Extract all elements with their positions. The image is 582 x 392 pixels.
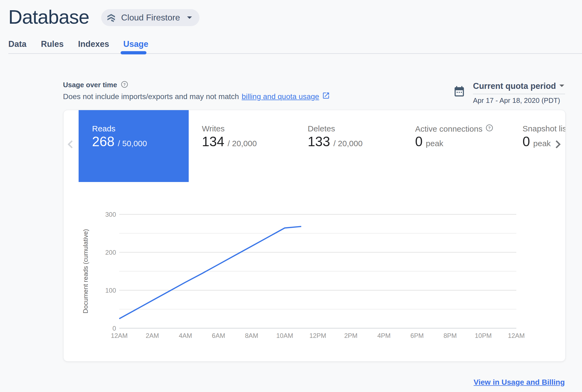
tab-indexes[interactable]: Indexes [78,39,109,49]
metric-card-writes[interactable]: Writes 134 / 20,000 [202,110,310,182]
svg-text:?: ? [123,82,126,87]
tab-data[interactable]: Data [8,39,26,49]
svg-text:10AM: 10AM [276,332,293,339]
help-icon[interactable]: ? [486,124,493,134]
metric-quota: / 50,000 [118,139,147,148]
quota-period-label: Current quota period [473,81,556,91]
metric-peak-label: peak [426,139,443,148]
svg-text:6PM: 6PM [411,332,424,339]
metric-label: Deletes [308,124,335,133]
product-selector[interactable]: Cloud Firestore [101,9,199,26]
metric-value: 268 [92,134,114,149]
svg-text:2PM: 2PM [344,332,357,339]
metric-card-deletes[interactable]: Deletes 133 / 20,000 [308,110,415,182]
caret-down-icon [559,84,565,89]
svg-text:8PM: 8PM [443,332,457,339]
svg-text:?: ? [488,125,491,130]
tab-bar-divider [8,53,582,54]
chevron-right-icon[interactable] [551,138,564,151]
metric-quota: / 20,000 [227,139,257,148]
svg-text:4PM: 4PM [377,332,391,339]
firestore-icon [106,12,117,24]
metric-label: Active connections [415,124,482,134]
svg-text:100: 100 [105,287,116,294]
metric-value: 0 [523,134,530,149]
view-usage-billing-link[interactable]: View in Usage and Billing [474,378,565,387]
metric-card-active-connections[interactable]: Active connections ? 0 peak [415,110,523,182]
svg-text:12AM: 12AM [508,332,525,339]
metric-card-reads[interactable]: Reads 268 / 50,000 [79,110,189,182]
quota-period-range: Apr 17 - Apr 18, 2020 (PDT) [473,96,565,105]
metric-peak-label: peak [533,139,551,148]
svg-text:2AM: 2AM [146,332,159,339]
help-icon[interactable]: ? [121,81,128,89]
product-selector-label: Cloud Firestore [121,13,180,23]
svg-text:0: 0 [113,325,116,332]
page-title: Database [8,6,89,28]
svg-text:12PM: 12PM [309,332,326,339]
active-tab-indicator [121,51,146,54]
metric-value: 133 [308,134,330,149]
firestore-usage-page: Database Cloud Firestore Data Rules Inde… [0,0,582,392]
metric-quota: / 20,000 [333,139,362,148]
metric-value: 0 [415,134,423,149]
usage-panel: Reads 268 / 50,000 Writes 134 / 20,000 D… [63,110,566,362]
quota-period-selector[interactable]: Current quota period Apr 17 - Apr 18, 20… [453,81,565,105]
usage-over-time-title: Usage over time [63,81,117,89]
tab-usage[interactable]: Usage [123,39,148,49]
open-in-new-icon[interactable] [322,92,330,102]
metric-label: Writes [202,124,225,133]
chevron-left-icon[interactable] [64,138,77,151]
svg-text:4AM: 4AM [179,332,192,339]
metric-label: Reads [92,124,115,133]
svg-text:300: 300 [105,211,116,218]
usage-subtitle: Does not include imports/exports and may… [63,92,330,102]
svg-text:6AM: 6AM [212,332,225,339]
svg-text:Document reads (cumulative): Document reads (cumulative) [82,229,89,313]
usage-subtitle-text: Does not include imports/exports and may… [63,92,239,101]
calendar-icon [453,81,465,105]
svg-text:200: 200 [105,249,116,256]
metric-value: 134 [202,134,224,149]
metric-label: Snapshot listeners [523,124,566,133]
tab-rules[interactable]: Rules [41,39,64,49]
svg-text:12AM: 12AM [111,332,128,339]
svg-text:10PM: 10PM [475,332,492,339]
billing-quota-link[interactable]: billing and quota usage [242,92,319,101]
svg-text:8AM: 8AM [245,332,258,339]
tab-bar: Data Rules Indexes Usage [0,38,582,54]
caret-down-icon [187,16,192,20]
